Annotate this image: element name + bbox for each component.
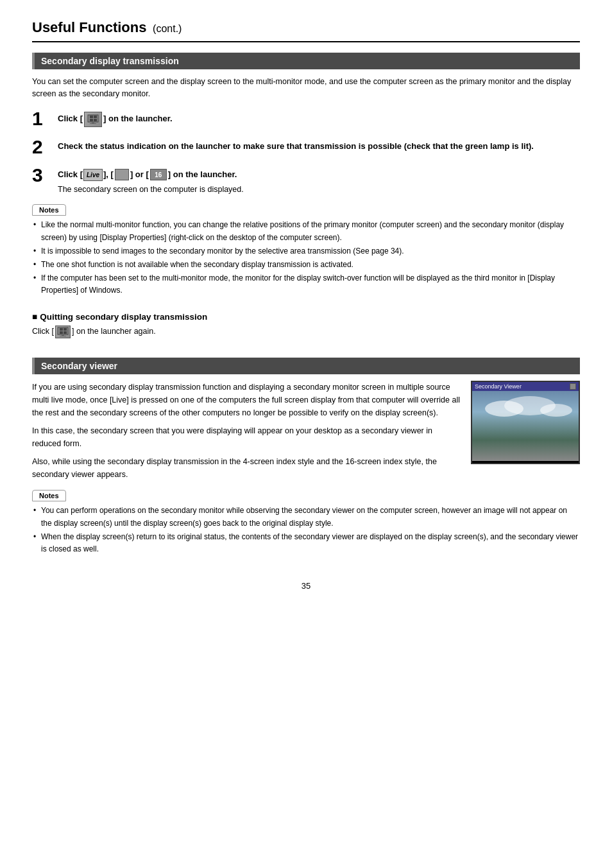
note-1-4: If the computer has been set to the mult…	[32, 272, 580, 297]
note-1-1: Like the normal multi-monitor function, …	[32, 219, 580, 243]
notes-label-1: Notes	[32, 204, 66, 216]
sv-para2: In this case, the secondary screen that …	[32, 424, 461, 450]
page-title: Useful Functions (cont.)	[32, 19, 580, 42]
svg-rect-13	[60, 336, 66, 336]
quitting-subsection: Quitting secondary display transmission …	[32, 312, 580, 338]
svg-rect-3	[90, 119, 93, 121]
quitting-title: Quitting secondary display transmission	[32, 312, 580, 322]
svg-rect-6	[90, 123, 96, 124]
svg-rect-1	[90, 116, 93, 118]
16screen-icon: 16	[150, 169, 167, 180]
viewer-titlebar: Secondary Viewer	[472, 382, 579, 391]
step-1-number: 1	[32, 109, 51, 128]
4screen-icon	[115, 169, 129, 180]
svg-rect-12	[62, 334, 64, 336]
section2-header: Secondary viewer	[32, 358, 580, 374]
page-number: 35	[32, 581, 580, 591]
svg-rect-11	[64, 331, 67, 334]
step-2-number: 2	[32, 137, 51, 157]
quitting-text: Click [ ] on the launcher again.	[32, 326, 580, 338]
live-icon: Live	[83, 169, 103, 181]
svg-rect-4	[94, 119, 97, 121]
cloud-decoration-3	[540, 404, 572, 417]
viewer-image-area	[472, 391, 579, 461]
secondary-viewer-text: If you are using secondary display trans…	[32, 381, 461, 481]
note-2-2: When the display screen(s) return to its…	[32, 531, 580, 555]
step-2: 2 Check the status indication on the lau…	[32, 137, 580, 157]
notes-label-2: Notes	[32, 490, 66, 501]
step-2-content: Check the status indication on the launc…	[58, 137, 534, 153]
note-1-3: The one shot function is not available w…	[32, 259, 580, 271]
step-1-content: Click [ ] on the launcher.	[58, 109, 173, 127]
sv-para3: Also, while using the secondary display …	[32, 455, 461, 481]
section1-intro: You can set the computer screen and the …	[32, 76, 580, 100]
viewer-title-text: Secondary Viewer	[475, 383, 522, 390]
svg-rect-5	[92, 122, 94, 123]
step-3: 3 Click [Live], [ ] or [16] on the launc…	[32, 166, 580, 196]
notes-section-2: Notes You can perform operations on the …	[32, 490, 580, 555]
svg-rect-2	[94, 116, 97, 118]
sv-para1: If you are using secondary display trans…	[32, 381, 461, 419]
svg-rect-8	[60, 328, 63, 331]
svg-rect-9	[64, 328, 67, 331]
notes-list-1: Like the normal multi-monitor function, …	[32, 215, 580, 297]
step-1: 1 Click [ ] on the launcher.	[32, 109, 580, 128]
monitor-icon-step1	[84, 112, 102, 127]
secondary-viewer-section: If you are using secondary display trans…	[32, 381, 580, 481]
notes-section-1: Notes Like the normal multi-monitor func…	[32, 204, 580, 297]
note-2-1: You can perform operations on the second…	[32, 505, 580, 529]
section1-header: Secondary display transmission	[32, 53, 580, 69]
note-1-2: It is impossible to send images to the s…	[32, 245, 580, 257]
secondary-viewer-image: Secondary Viewer	[471, 381, 580, 464]
viewer-close-button[interactable]	[570, 383, 576, 390]
step-3-subtext: The secondary screen on the computer is …	[58, 184, 244, 196]
notes-list-2: You can perform operations on the second…	[32, 501, 580, 555]
svg-rect-10	[60, 331, 63, 334]
step-3-number: 3	[32, 166, 51, 185]
step-3-content: Click [Live], [ ] or [16] on the launche…	[58, 166, 244, 196]
monitor-icon-quit	[55, 326, 71, 338]
